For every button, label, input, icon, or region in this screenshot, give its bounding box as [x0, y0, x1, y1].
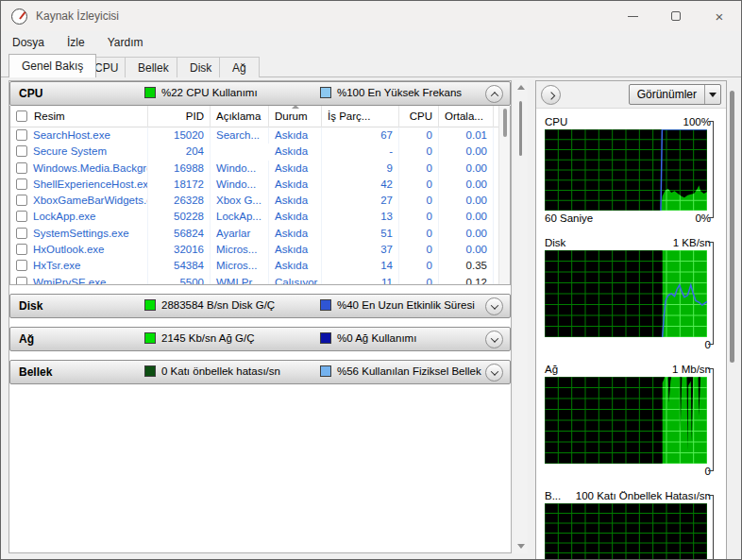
cpu-cell: 0 — [399, 242, 439, 258]
memory-expand-button[interactable] — [485, 364, 503, 382]
process-checkbox[interactable] — [16, 195, 27, 206]
disk-graph-block: Disk 1 KB/sn 0 — [545, 234, 713, 352]
process-checkbox[interactable] — [16, 277, 27, 284]
cpu-cell: 0 — [399, 127, 439, 144]
menu-file[interactable]: Dosya — [12, 36, 44, 49]
process-table: Resim PID Açıklama Durum İş Parç... CPU … — [9, 106, 511, 285]
tab-memory[interactable]: Bellek — [125, 57, 182, 77]
cpu-cell: 0 — [399, 161, 439, 177]
scroll-down-button[interactable] — [514, 539, 528, 553]
select-all-checkbox[interactable] — [16, 110, 27, 122]
table-row[interactable]: Windows.Media.Backgroun... 16988 Windo..… — [10, 161, 510, 177]
column-pid[interactable]: PID — [148, 106, 211, 127]
memory-faults-stat: 0 Katı önbellek hatası/sn — [161, 365, 280, 377]
tab-bar: Genel Bakış CPU Bellek Disk Ağ — [1, 53, 741, 77]
tab-network[interactable]: Ağ — [219, 57, 260, 77]
column-threads[interactable]: İş Parç... — [322, 106, 399, 127]
network-section-title: Ağ — [19, 332, 34, 346]
column-image[interactable]: Resim — [10, 106, 148, 127]
process-table-scrollbar[interactable] — [498, 106, 510, 284]
column-average-cpu[interactable]: Ortala... — [439, 106, 494, 127]
tab-disk[interactable]: Disk — [177, 57, 225, 77]
memory-section-header[interactable]: Bellek 0 Katı önbellek hatası/sn %56 Kul… — [9, 360, 511, 384]
menu-help[interactable]: Yardım — [108, 36, 143, 49]
description-cell: Micros... — [211, 242, 269, 258]
process-checkbox[interactable] — [16, 162, 27, 174]
scale-bracket — [708, 121, 714, 218]
table-row[interactable]: SystemSettings.exe 56824 Ayarlar Askıda … — [10, 226, 510, 242]
column-description[interactable]: Açıklama — [211, 106, 269, 127]
chevron-down-icon — [490, 301, 497, 309]
cpu-graph-block: CPU 100% 60 Saniye 0% — [545, 113, 713, 226]
views-dropdown-arrow[interactable] — [704, 85, 720, 104]
process-table-scrollbar-thumb[interactable] — [503, 109, 507, 137]
window-controls: × — [611, 1, 741, 31]
cpu-cell: 0 — [399, 177, 439, 193]
average-cpu-cell: 0.00 — [439, 161, 494, 177]
table-row[interactable]: ShellExperienceHost.exe 18172 Windo... A… — [10, 177, 510, 193]
graphs-list: CPU 100% 60 Saniye 0% Disk 1 KB/sn — [536, 109, 726, 560]
average-cpu-cell: 0.00 — [439, 144, 494, 160]
column-cpu[interactable]: CPU — [399, 106, 439, 127]
column-status[interactable]: Durum — [269, 106, 322, 127]
status-cell: Askıda — [269, 258, 322, 274]
table-row[interactable]: Secure System 204 Askıda - 0 0.00 — [10, 144, 510, 160]
disk-expand-button[interactable] — [485, 297, 503, 315]
scale-bracket — [708, 495, 714, 560]
process-table-header: Resim PID Açıklama Durum İş Parç... CPU … — [10, 106, 510, 127]
graphs-toolbar: Görünümler — [536, 81, 726, 109]
status-cell: Askıda — [269, 127, 322, 144]
network-graph-scale: 1 Mb/sn — [672, 364, 711, 375]
overview-scrollbar-thumb[interactable] — [519, 101, 522, 156]
process-name-cell: SearchHost.exe — [10, 127, 148, 144]
table-row[interactable]: LockApp.exe 50228 LockAp... Askıda 13 0 … — [10, 209, 510, 225]
table-row[interactable]: XboxGameBarWidgets.exe 26328 Xbox G... A… — [10, 193, 510, 209]
process-name-cell: SystemSettings.exe — [10, 226, 148, 242]
memory-used-indicator — [320, 365, 331, 377]
threads-cell: 9 — [322, 161, 399, 177]
process-checkbox[interactable] — [16, 145, 27, 157]
minimize-button[interactable] — [611, 1, 654, 31]
process-checkbox[interactable] — [16, 211, 27, 222]
network-graph-block: Ağ 1 Mb/sn 0 — [545, 361, 713, 479]
process-checkbox[interactable] — [16, 260, 27, 271]
threads-cell: 27 — [322, 193, 399, 209]
cpu-graph-timespan: 60 Saniye — [545, 212, 593, 224]
cpu-collapse-button[interactable] — [485, 85, 503, 103]
cpu-section-header[interactable]: CPU %22 CPU Kullanımı %100 En Yüksek Fre… — [9, 81, 511, 106]
table-row[interactable]: HxTsr.exe 54384 Micros... Askıda 14 0 0.… — [10, 258, 510, 274]
table-row[interactable]: WmiPrvSE.exe 5500 WMI Pr... Çalışıyor 11… — [10, 275, 510, 284]
status-cell: Askıda — [269, 161, 322, 177]
scroll-up-button[interactable] — [514, 80, 528, 94]
process-checkbox[interactable] — [16, 129, 27, 141]
cpu-section-title: CPU — [19, 87, 42, 100]
process-checkbox[interactable] — [16, 244, 27, 255]
disk-section-header[interactable]: Disk 2883584 B/sn Disk G/Ç %40 En Uzun E… — [9, 294, 511, 318]
views-button[interactable]: Görünümler — [629, 84, 721, 105]
network-expand-button[interactable] — [485, 331, 503, 348]
scale-bracket — [708, 368, 714, 471]
expand-panel-button[interactable] — [541, 85, 561, 105]
disk-activity-indicator — [320, 299, 331, 311]
disk-graph — [545, 250, 707, 337]
maximize-button[interactable] — [654, 1, 698, 31]
table-row[interactable]: SearchHost.exe 15020 Search... Askıda 67… — [10, 127, 510, 144]
table-row[interactable]: HxOutlook.exe 32016 Micros... Askıda 37 … — [10, 242, 510, 258]
overview-scrollbar[interactable] — [514, 80, 528, 553]
average-cpu-cell: 0.01 — [439, 127, 494, 144]
close-button[interactable]: × — [698, 1, 741, 31]
menu-monitor[interactable]: İzle — [67, 36, 85, 49]
pid-cell: 54384 — [148, 258, 211, 274]
close-icon: × — [716, 9, 724, 24]
process-checkbox[interactable] — [16, 228, 27, 239]
tab-overview[interactable]: Genel Bakış — [8, 54, 96, 77]
panel-scrollbar-thumb[interactable] — [730, 91, 734, 363]
overview-panel: CPU %22 CPU Kullanımı %100 En Yüksek Fre… — [8, 80, 512, 553]
process-checkbox[interactable] — [16, 178, 27, 190]
memory-graph — [545, 503, 707, 560]
process-name-cell: HxOutlook.exe — [10, 242, 148, 258]
description-cell: Xbox G... — [211, 193, 269, 209]
pid-cell: 16988 — [148, 161, 211, 177]
network-section-header[interactable]: Ağ 2145 Kb/sn Ağ G/Ç %0 Ağ Kullanımı — [9, 327, 511, 351]
network-graph-label: Ağ — [545, 364, 558, 375]
